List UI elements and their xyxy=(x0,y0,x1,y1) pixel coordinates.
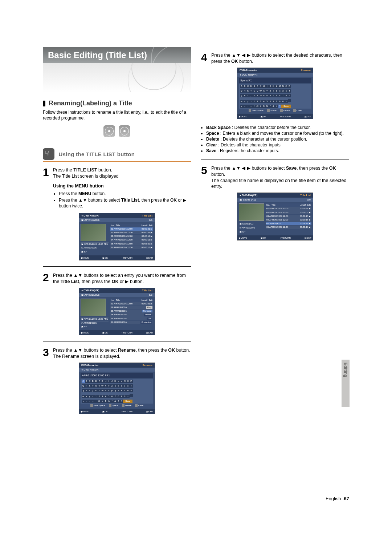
step-number-2: 2 xyxy=(43,272,50,285)
step-4-body: Press the ▲▼ ◀ ▶ buttons to select the d… xyxy=(211,52,349,65)
osd-titlelist-1: ● DVD-RW(VR)Title List ▣ APR/19/20061/6 … xyxy=(79,213,155,260)
osd-titlelist-result: ● DVD-RW(VR)Title List ▣ Sports (A1)5/6 … xyxy=(237,193,313,240)
step-number-4: 4 xyxy=(201,52,208,65)
step-2-body: Press the ▲▼ buttons to select an entry … xyxy=(53,272,191,285)
osd-rename-keyboard-2: DVD-RecorderRename ● DVD-RW(VR) Sports(A… xyxy=(237,68,313,119)
step-5-body: Press the ▲▼ ◀ ▶ buttons to select Save,… xyxy=(211,165,349,190)
disc-type-icons: DVD-RWDVD-R xyxy=(43,125,191,143)
page-main-title: Basic Editing (Title List) xyxy=(43,47,191,63)
main-title-text: Basic Editing (Title List) xyxy=(48,50,147,60)
step-3-body: Press the ▲▼ buttons to select Rename, t… xyxy=(53,347,191,360)
page-footer: English -67 xyxy=(326,496,349,501)
step-number-1: 1 xyxy=(43,167,50,210)
osd-titlelist-contextmenu: ● DVD-RW(VR)Title List ▣ APR/21/20065/6 … xyxy=(79,288,155,335)
section-heading-text: Renaming(Labeling) a Title xyxy=(49,100,132,107)
title-decorative-swirl xyxy=(43,63,191,92)
key-function-list: Back Space : Deletes the charactor befor… xyxy=(201,125,349,153)
side-chapter-tab: Editing xyxy=(342,360,350,407)
step-number-5: 5 xyxy=(201,165,208,190)
section-intro: Follow these instructions to rename a ti… xyxy=(43,109,191,121)
step-number-3: 3 xyxy=(43,347,50,360)
dvd-rw-icon xyxy=(103,125,115,137)
osd-rename-keyboard-1: DVD-RecorderRename ● DVD-RW(VR) APR/21/2… xyxy=(79,363,155,414)
hand-icon xyxy=(43,148,54,160)
section-heading: Renaming(Labeling) a Title xyxy=(43,100,191,107)
method-header: Using the TITLE LIST button xyxy=(43,148,191,162)
step-1-body: Press the TITLE LIST button. The Title L… xyxy=(53,167,191,210)
method-title: Using the TITLE LIST button xyxy=(58,151,135,157)
dvd-r-icon xyxy=(119,125,130,137)
